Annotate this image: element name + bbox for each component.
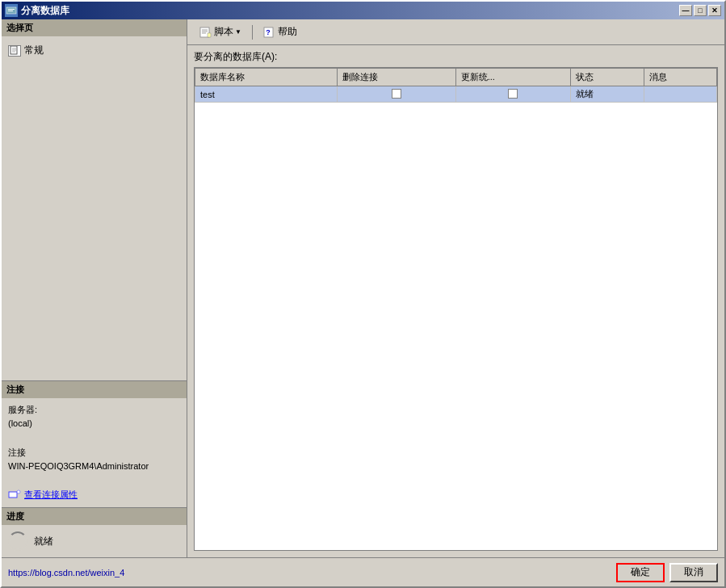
view-connection-link[interactable]: 查看连接属性 bbox=[8, 488, 180, 502]
script-icon bbox=[199, 26, 212, 39]
script-button[interactable]: 脚本 ▼ bbox=[194, 23, 247, 41]
connection-section: 注接 服务器: (local) 注接 WIN-PEQOIQ3GRM4\Admin… bbox=[2, 380, 187, 507]
cell-status: 就绪 bbox=[571, 86, 644, 103]
title-controls: — □ ✕ bbox=[679, 5, 721, 16]
bottom-bar: https://blog.csdn.net/weixin_4 确定 取消 bbox=[2, 557, 724, 586]
col-header-name: 数据库名称 bbox=[195, 69, 338, 86]
select-page-header: 选择页 bbox=[2, 19, 187, 36]
title-bar-left: 分离数据库 bbox=[5, 4, 69, 18]
view-connection-label: 查看连接属性 bbox=[24, 488, 78, 502]
connection-label: 注接 bbox=[8, 446, 180, 460]
progress-status: 就绪 bbox=[34, 535, 53, 548]
svg-rect-1 bbox=[8, 9, 15, 10]
connection-header: 注接 bbox=[2, 381, 187, 398]
help-button[interactable]: ? 帮助 bbox=[258, 23, 303, 41]
toolbar-separator bbox=[252, 25, 253, 40]
svg-point-9 bbox=[17, 490, 20, 494]
cell-update-stats[interactable] bbox=[455, 86, 570, 103]
ok-button[interactable]: 确定 bbox=[616, 563, 665, 582]
table-row[interactable]: test 就绪 bbox=[195, 86, 717, 103]
svg-marker-14 bbox=[208, 33, 211, 37]
help-icon: ? bbox=[263, 26, 276, 39]
col-header-update-stats: 更新统... bbox=[455, 69, 570, 86]
help-label: 帮助 bbox=[278, 25, 297, 39]
minimize-button[interactable]: — bbox=[679, 5, 692, 16]
cancel-button[interactable]: 取消 bbox=[669, 563, 718, 582]
server-label: 服务器: bbox=[8, 403, 180, 418]
database-table: 数据库名称 删除连接 更新统... 状态 消息 test bbox=[195, 68, 717, 103]
col-header-delete-conn: 删除连接 bbox=[337, 69, 455, 86]
progress-header: 进度 bbox=[2, 508, 187, 525]
progress-content: 就绪 bbox=[2, 525, 187, 557]
sidebar: 选择页 常规 bbox=[2, 19, 187, 557]
main-area: 选择页 常规 bbox=[2, 19, 724, 557]
delete-conn-checkbox[interactable] bbox=[392, 89, 401, 99]
cell-db-name: test bbox=[195, 86, 338, 103]
col-header-message: 消息 bbox=[644, 69, 716, 86]
main-window: 分离数据库 — □ ✕ 选择页 bbox=[0, 0, 726, 588]
server-value: (local) bbox=[8, 417, 180, 431]
general-label: 常规 bbox=[24, 44, 44, 57]
connection-value: WIN-PEQOIQ3GRM4\Administrator bbox=[8, 460, 180, 474]
connection-link-icon bbox=[8, 489, 21, 502]
update-stats-checkbox[interactable] bbox=[508, 89, 518, 99]
sidebar-nav: 常规 bbox=[2, 38, 187, 380]
script-label: 脚本 bbox=[214, 25, 233, 39]
window-title: 分离数据库 bbox=[21, 4, 69, 18]
connection-content: 服务器: (local) 注接 WIN-PEQOIQ3GRM4\Administ… bbox=[2, 398, 187, 507]
cell-message bbox=[644, 86, 716, 103]
watermark-text: https://blog.csdn.net/weixin_4 bbox=[8, 568, 124, 578]
section-label: 要分离的数据库(A): bbox=[187, 45, 724, 67]
toolbar: 脚本 ▼ ? 帮助 bbox=[187, 19, 724, 45]
col-header-status: 状态 bbox=[571, 69, 644, 86]
general-icon bbox=[8, 44, 21, 57]
cell-delete-conn[interactable] bbox=[337, 86, 455, 103]
window-icon bbox=[5, 4, 18, 17]
maximize-button[interactable]: □ bbox=[694, 5, 707, 16]
svg-rect-2 bbox=[8, 10, 13, 11]
svg-rect-7 bbox=[9, 492, 17, 498]
script-dropdown-icon: ▼ bbox=[235, 28, 241, 36]
progress-section: 进度 就绪 bbox=[2, 507, 187, 557]
title-bar: 分离数据库 — □ ✕ bbox=[2, 2, 724, 19]
database-table-container: 数据库名称 删除连接 更新统... 状态 消息 test bbox=[194, 67, 718, 551]
progress-spinner bbox=[8, 531, 27, 551]
content-area: 脚本 ▼ ? 帮助 要分离的数据库(A): bbox=[187, 19, 724, 557]
sidebar-item-general[interactable]: 常规 bbox=[2, 41, 187, 60]
svg-text:?: ? bbox=[266, 28, 271, 36]
close-button[interactable]: ✕ bbox=[708, 5, 721, 16]
